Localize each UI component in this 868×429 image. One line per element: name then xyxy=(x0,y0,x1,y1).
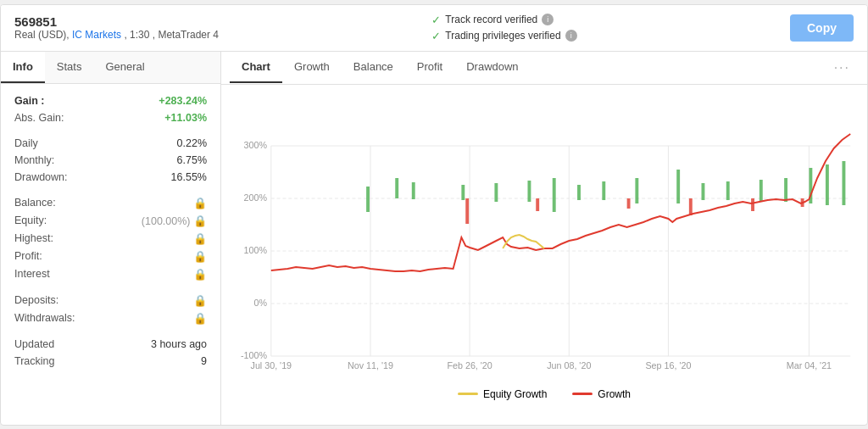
daily-row: Daily 0.22% xyxy=(14,135,207,152)
account-id: 569851 xyxy=(14,14,219,29)
svg-rect-24 xyxy=(412,182,415,199)
svg-text:200%: 200% xyxy=(243,192,267,202)
svg-text:100%: 100% xyxy=(243,244,267,254)
account-platform: , 1:30 , MetaTrader 4 xyxy=(124,29,219,41)
svg-rect-35 xyxy=(760,180,763,202)
svg-rect-33 xyxy=(702,183,705,200)
svg-text:Jun 08, '20: Jun 08, '20 xyxy=(547,359,591,370)
chart-area: .axis-label { font-size: 11px; fill: #99… xyxy=(221,85,867,425)
svg-text:Jul 30, '19: Jul 30, '19 xyxy=(251,359,292,370)
svg-rect-38 xyxy=(826,164,829,205)
svg-text:Feb 26, '20: Feb 26, '20 xyxy=(447,359,492,370)
chart-tab-growth[interactable]: Growth xyxy=(282,52,342,83)
abs-gain-value: +11.03% xyxy=(164,112,207,124)
profit-label: Profit: xyxy=(14,250,42,262)
interest-row: Interest 🔒 xyxy=(14,265,207,283)
chart-tab-profit[interactable]: Profit xyxy=(405,52,454,83)
svg-rect-41 xyxy=(536,198,539,211)
trading-privileges-verified: ✓ Trading privileges verified i xyxy=(431,30,576,42)
svg-text:Nov 11, '19: Nov 11, '19 xyxy=(348,359,393,370)
track-record-verified: ✓ Track record verified i xyxy=(431,14,576,26)
gain-row: Gain : +283.24% xyxy=(14,92,207,109)
tracking-value: 9 xyxy=(201,355,207,367)
header: 569851 Real (USD), IC Markets , 1:30 , M… xyxy=(1,5,867,52)
updated-row: Updated 3 hours ago xyxy=(14,336,207,353)
drawdown-label: Drawdown: xyxy=(14,171,68,183)
drawdown-value: 16.55% xyxy=(171,171,207,183)
monthly-value: 6.75% xyxy=(177,154,207,166)
chart-tab-chart[interactable]: Chart xyxy=(230,52,282,83)
balance-row: Balance: 🔒 xyxy=(14,194,207,212)
svg-rect-30 xyxy=(602,181,605,200)
svg-rect-34 xyxy=(726,181,730,200)
svg-rect-39 xyxy=(842,161,845,205)
balance-lock-icon: 🔒 xyxy=(193,197,207,209)
abs-gain-row: Abs. Gain: +11.03% xyxy=(14,109,207,126)
deposits-row: Deposits: 🔒 xyxy=(14,292,207,309)
monthly-row: Monthly: 6.75% xyxy=(14,152,207,169)
svg-rect-22 xyxy=(366,187,370,212)
interest-lock-icon: 🔒 xyxy=(193,268,207,281)
tab-general[interactable]: General xyxy=(93,52,156,83)
svg-text:-100%: -100% xyxy=(241,349,267,359)
legend-equity-label: Equity Growth xyxy=(483,388,547,400)
abs-gain-label: Abs. Gain: xyxy=(14,112,64,124)
legend-equity-line xyxy=(458,393,478,395)
highest-lock-icon: 🔒 xyxy=(193,232,207,245)
updated-value: 3 hours ago xyxy=(151,338,207,350)
equity-lock-icon: 🔒 xyxy=(193,214,207,227)
trading-privileges-info-icon[interactable]: i xyxy=(565,30,577,42)
svg-text:Sep 16, '20: Sep 16, '20 xyxy=(645,359,691,370)
balance-label: Balance: xyxy=(14,197,56,209)
svg-text:0%: 0% xyxy=(253,297,267,307)
info-table: Gain : +283.24% Abs. Gain: +11.03% Daily… xyxy=(1,84,220,378)
trading-privileges-label: Trading privileges verified xyxy=(445,30,560,42)
svg-rect-32 xyxy=(676,170,680,203)
svg-rect-36 xyxy=(784,178,787,202)
chart-tab-balance[interactable]: Balance xyxy=(342,52,405,83)
monthly-label: Monthly: xyxy=(14,154,54,166)
profit-lock-icon: 🔒 xyxy=(193,250,207,263)
check-icon-track: ✓ xyxy=(431,14,441,26)
svg-rect-27 xyxy=(527,181,531,202)
ic-markets-link[interactable]: IC Markets xyxy=(72,29,121,41)
withdrawals-lock-icon: 🔒 xyxy=(193,312,207,325)
account-detail-text: Real (USD), xyxy=(14,29,72,41)
chart-tab-bar: Chart Growth Balance Profit Drawdown ··· xyxy=(221,52,867,85)
main-content: Info Stats General Gain : +283.24% Abs. … xyxy=(1,52,867,425)
track-record-info-icon[interactable]: i xyxy=(542,14,554,25)
highest-row: Highest: 🔒 xyxy=(14,230,207,248)
highest-label: Highest: xyxy=(14,232,53,244)
left-tab-bar: Info Stats General xyxy=(1,52,220,84)
drawdown-row: Drawdown: 16.55% xyxy=(14,169,207,186)
withdrawals-row: Withdrawals: 🔒 xyxy=(14,309,207,327)
account-detail: Real (USD), IC Markets , 1:30 , MetaTrad… xyxy=(14,29,219,41)
equity-value: (100.00%) 🔒 xyxy=(142,214,207,227)
equity-row: Equity: (100.00%) 🔒 xyxy=(14,212,207,230)
copy-button[interactable]: Copy xyxy=(790,14,854,42)
svg-rect-23 xyxy=(395,178,398,198)
svg-rect-44 xyxy=(751,198,754,211)
gain-value: +283.24% xyxy=(159,95,207,107)
svg-rect-43 xyxy=(689,198,693,215)
legend-growth: Growth xyxy=(572,388,631,400)
svg-rect-28 xyxy=(553,178,556,212)
legend-growth-line xyxy=(572,393,593,395)
svg-rect-31 xyxy=(635,178,638,203)
left-panel: Info Stats General Gain : +283.24% Abs. … xyxy=(1,52,221,425)
tab-info[interactable]: Info xyxy=(1,52,45,83)
tab-stats[interactable]: Stats xyxy=(45,52,94,83)
profit-row: Profit: 🔒 xyxy=(14,248,207,265)
chart-tab-drawdown[interactable]: Drawdown xyxy=(454,52,530,83)
daily-value: 0.22% xyxy=(177,137,207,149)
svg-rect-26 xyxy=(494,183,498,202)
legend-growth-label: Growth xyxy=(598,388,631,400)
legend-equity-growth: Equity Growth xyxy=(458,388,547,400)
tracking-row: Tracking 9 xyxy=(14,353,207,370)
svg-text:Mar 04, '21: Mar 04, '21 xyxy=(787,359,832,370)
equity-label: Equity: xyxy=(14,214,47,226)
header-left: 569851 Real (USD), IC Markets , 1:30 , M… xyxy=(14,14,219,41)
chart-more-button[interactable]: ··· xyxy=(826,52,859,84)
check-icon-trading: ✓ xyxy=(431,30,441,42)
daily-label: Daily xyxy=(14,137,38,149)
